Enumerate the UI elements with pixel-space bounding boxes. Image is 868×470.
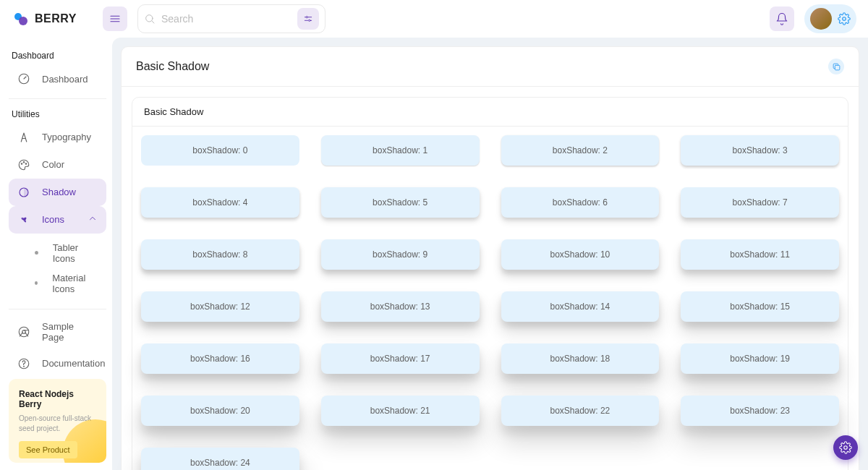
sidebar-item-typography[interactable]: Typography	[9, 124, 106, 151]
shadow-card-20: boxShadow: 20	[141, 396, 299, 426]
shadow-card-6: boxShadow: 6	[501, 187, 660, 218]
shadow-card-9: boxShadow: 9	[321, 239, 480, 270]
inner-card-title: Basic Shadow	[132, 98, 848, 127]
sidebar-submenu-icons: Tabler Icons Material Icons	[9, 234, 106, 303]
notifications-button[interactable]	[770, 7, 794, 31]
svg-point-8	[306, 17, 307, 18]
copy-button[interactable]	[828, 59, 844, 74]
settings-icon	[838, 12, 851, 25]
sidebar-item-color[interactable]: Color	[9, 151, 106, 179]
search-icon	[144, 13, 156, 25]
page-header: Basic Shadow	[122, 47, 859, 87]
sidebar-item-label: Sample Page	[42, 321, 98, 343]
windmill-icon	[17, 213, 30, 226]
shadow-card-21: boxShadow: 21	[321, 396, 480, 426]
sidebar-item-label: Shadow	[42, 187, 76, 197]
svg-point-5	[146, 15, 153, 22]
svg-point-23	[24, 366, 25, 367]
nav-group-dashboard: Dashboard	[9, 45, 106, 65]
shadow-card-4: boxShadow: 4	[141, 187, 299, 218]
bell-icon	[775, 12, 788, 25]
sidebar-item-tabler-icons[interactable]: Tabler Icons	[29, 238, 106, 268]
shadow-card-13: boxShadow: 13	[321, 291, 480, 322]
help-icon	[17, 357, 30, 370]
nav-group-utilities: Utilities	[9, 103, 106, 124]
sidebar-item-label: Dashboard	[42, 74, 88, 85]
shadow-card-10: boxShadow: 10	[501, 239, 660, 270]
shadow-card-8: boxShadow: 8	[141, 239, 299, 270]
shadow-card-17: boxShadow: 17	[321, 343, 480, 374]
shadow-card-0: boxShadow: 0	[141, 135, 299, 166]
sidebar-item-label: Typography	[42, 132, 91, 142]
logo[interactable]: BERRY	[12, 10, 93, 27]
settings-icon	[839, 441, 852, 454]
svg-line-6	[152, 21, 154, 23]
search-filter-button[interactable]	[297, 8, 319, 30]
shadow-card-16: boxShadow: 16	[141, 343, 299, 374]
adjustments-icon	[303, 14, 313, 24]
sidebar-item-label: Color	[42, 159, 64, 170]
palette-icon	[17, 158, 30, 171]
shadow-card-12: boxShadow: 12	[141, 291, 299, 322]
sidebar-item-documentation[interactable]: Documentation	[9, 350, 106, 377]
main-content: Basic Shadow Basic Shadow boxShadow: 0bo…	[112, 38, 868, 470]
page-title: Basic Shadow	[136, 60, 209, 73]
typography-icon	[17, 131, 30, 144]
profile-chip[interactable]	[804, 4, 856, 33]
divider	[9, 98, 106, 99]
chevron-up-icon	[88, 213, 98, 226]
sidebar-item-shadow[interactable]: Shadow	[9, 179, 106, 206]
sidebar-item-icons[interactable]: Icons	[9, 206, 106, 234]
shadow-card-19: boxShadow: 19	[681, 343, 839, 374]
shadow-card-2: boxShadow: 2	[501, 135, 660, 166]
shadow-card-15: boxShadow: 15	[681, 291, 839, 322]
svg-point-14	[23, 161, 25, 163]
app-header: BERRY	[0, 0, 868, 38]
svg-point-25	[844, 446, 848, 450]
menu-icon	[109, 12, 122, 25]
svg-point-15	[25, 163, 27, 165]
sidebar-item-label: Tabler Icons	[53, 242, 101, 264]
customize-fab[interactable]	[833, 435, 858, 460]
svg-rect-24	[835, 65, 840, 70]
shadow-card-23: boxShadow: 23	[681, 396, 839, 426]
search-box[interactable]	[137, 4, 326, 33]
promo-cta-button[interactable]: See Product	[19, 441, 77, 458]
sidebar-item-label: Icons	[42, 214, 64, 225]
inner-card: Basic Shadow boxShadow: 0boxShadow: 1box…	[132, 97, 848, 470]
menu-toggle-button[interactable]	[103, 7, 127, 31]
shadow-card-22: boxShadow: 22	[501, 396, 660, 426]
brand-chrome-icon	[17, 325, 30, 338]
sidebar-item-material-icons[interactable]: Material Icons	[29, 268, 106, 299]
svg-point-13	[21, 163, 22, 165]
shadow-card-24: boxShadow: 24	[141, 448, 299, 470]
avatar	[810, 8, 832, 30]
shadow-card-18: boxShadow: 18	[501, 343, 660, 374]
copy-icon	[832, 62, 841, 72]
dot-icon	[35, 251, 38, 255]
svg-point-1	[19, 17, 27, 25]
page-card: Basic Shadow Basic Shadow boxShadow: 0bo…	[121, 46, 859, 470]
shadow-card-3: boxShadow: 3	[681, 135, 839, 166]
svg-point-11	[843, 17, 846, 21]
sidebar-item-label: Documentation	[42, 358, 105, 369]
dot-icon	[35, 281, 38, 285]
shadow-grid: boxShadow: 0boxShadow: 1boxShadow: 2boxS…	[141, 135, 839, 470]
svg-point-18	[22, 330, 26, 334]
svg-point-10	[309, 20, 310, 21]
promo-card: React Nodejs Berry Open-source full-stac…	[9, 379, 106, 463]
shadow-card-11: boxShadow: 11	[681, 239, 839, 270]
shadow-icon	[17, 186, 30, 199]
shadow-card-1: boxShadow: 1	[321, 135, 480, 166]
sidebar-item-label: Material Icons	[52, 273, 101, 294]
shadow-card-5: boxShadow: 5	[321, 187, 480, 218]
search-input[interactable]	[161, 13, 292, 25]
logo-text: BERRY	[35, 12, 77, 25]
sidebar-item-sample-page[interactable]: Sample Page	[9, 314, 106, 350]
divider	[9, 309, 106, 309]
shadow-card-14: boxShadow: 14	[501, 291, 660, 322]
logo-icon	[12, 10, 29, 27]
promo-title: React Nodejs Berry	[19, 389, 96, 409]
sidebar: Dashboard Dashboard Utilities Typography…	[0, 38, 112, 470]
sidebar-item-dashboard[interactable]: Dashboard	[9, 65, 106, 93]
